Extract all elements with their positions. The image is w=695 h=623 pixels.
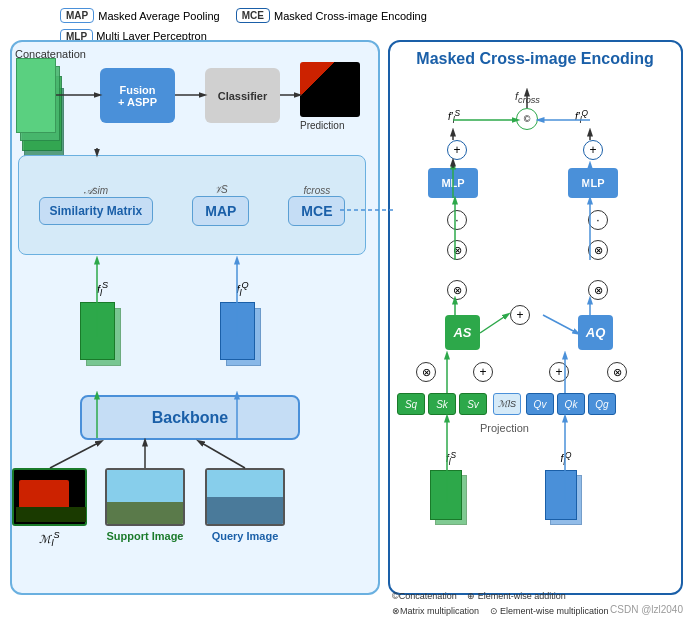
- classifier-label: Classifier: [218, 90, 268, 102]
- feature-stack: [16, 58, 71, 168]
- mce-box: MCE: [288, 196, 345, 226]
- cross-qg: ⊗: [607, 362, 627, 382]
- plus-sk: +: [473, 362, 493, 382]
- plus-qv: +: [549, 362, 569, 382]
- query-image: [205, 468, 285, 526]
- mask-image: [12, 468, 87, 526]
- aq-box: AQ: [578, 315, 613, 350]
- fls-label: flS: [80, 280, 125, 298]
- map-box: MAP: [192, 196, 249, 226]
- prediction-label: Prediction: [300, 120, 344, 131]
- support-label: Support Image: [105, 530, 185, 542]
- legend: MAP Masked Average Pooling MCE Masked Cr…: [60, 8, 427, 23]
- sv-box: Sv: [459, 393, 487, 415]
- watermark: CSDN @lzl2040: [610, 604, 683, 615]
- classifier-box: Classifier: [205, 68, 280, 123]
- add-legend: ⊕ Element-wise addition: [467, 591, 566, 601]
- matrix-legend: ⊗Matrix multiplication: [392, 606, 479, 616]
- support-image: [105, 468, 185, 526]
- fcross-label: fcross: [515, 90, 540, 105]
- mce-title: Masked Cross-image Encoding: [400, 50, 670, 68]
- concat-legend: ©Concatenation: [392, 591, 457, 601]
- cross-circle-left2: ⊗: [447, 280, 467, 300]
- plus-circle-left: +: [447, 140, 467, 160]
- plus-circle-right: +: [583, 140, 603, 160]
- map-label: MAP: [205, 203, 236, 219]
- cross-circle-right2: ⊗: [588, 280, 608, 300]
- map-group: 𝒱S MAP: [192, 184, 249, 226]
- backbone-label: Backbone: [152, 409, 228, 427]
- mce-bottom-legend: ©Concatenation ⊕ Element-wise addition ⊗…: [392, 589, 609, 618]
- diagram-container: MAP Masked Average Pooling MCE Masked Cr…: [0, 0, 695, 623]
- fusion-label: Fusion+ ASPP: [118, 84, 157, 108]
- mlp-label-left: MLP: [441, 177, 464, 189]
- cross-sq: ⊗: [416, 362, 436, 382]
- as-label: AS: [453, 325, 471, 340]
- ms-box: ℳlS: [493, 393, 521, 415]
- mce-feat-q: flQ: [545, 450, 587, 525]
- dot-circle-right: ·: [588, 210, 608, 230]
- sk-box: Sk: [428, 393, 456, 415]
- qk-box: Qk: [557, 393, 585, 415]
- asim-math: 𝒜sim: [39, 185, 154, 197]
- mce-label-mid: MCE: [301, 203, 332, 219]
- map-legend-label: Masked Average Pooling: [98, 10, 220, 22]
- mce-legend-item: MCE Masked Cross-image Encoding: [236, 8, 427, 23]
- prediction-box: [300, 62, 360, 117]
- qv-box: Qv: [526, 393, 554, 415]
- middle-section: 𝒜sim Similarity Matrix 𝒱S MAP fcross MCE: [18, 155, 366, 255]
- backbone-box: Backbone: [80, 395, 300, 440]
- similarity-matrix-group: 𝒜sim Similarity Matrix: [39, 185, 154, 225]
- mlp-label-right: MLP: [581, 177, 604, 189]
- vs-math: 𝒱S: [192, 184, 249, 196]
- concat-circle-top: ©: [516, 108, 538, 130]
- projection-label: Projection: [480, 422, 529, 434]
- mlp-box-left: MLP: [428, 168, 478, 198]
- feature-s: flS: [80, 280, 125, 367]
- fprime-q-label: f'lQ: [575, 108, 588, 125]
- mce-badge: MCE: [236, 8, 270, 23]
- feature-q: flQ: [220, 280, 265, 367]
- mlp-box-right: MLP: [568, 168, 618, 198]
- dot-circle-left: ·: [447, 210, 467, 230]
- sim-matrix-box: Similarity Matrix: [39, 197, 154, 225]
- sq-box: Sq: [397, 393, 425, 415]
- mask-image-group: ℳlS: [12, 468, 87, 548]
- mce-legend-label: Masked Cross-image Encoding: [274, 10, 427, 22]
- mce-feat-s: flS: [430, 450, 472, 525]
- cross-circle-left1: ⊗: [447, 240, 467, 260]
- mce-group: fcross MCE: [288, 185, 345, 226]
- query-label: Query Image: [205, 530, 285, 542]
- fcross-math: fcross: [288, 185, 345, 196]
- sim-matrix-label: Similarity Matrix: [50, 204, 143, 218]
- aq-label: AQ: [586, 325, 606, 340]
- map-legend-item: MAP Masked Average Pooling: [60, 8, 220, 23]
- plus-circle-center: +: [510, 305, 530, 325]
- support-image-group: Support Image: [105, 468, 185, 542]
- qg-box: Qg: [588, 393, 616, 415]
- cross-circle-right1: ⊗: [588, 240, 608, 260]
- as-box: AS: [445, 315, 480, 350]
- mask-label: ℳlS: [12, 530, 87, 548]
- fusion-box: Fusion+ ASPP: [100, 68, 175, 123]
- flq-label: flQ: [220, 280, 265, 298]
- map-badge: MAP: [60, 8, 94, 23]
- query-image-group: Query Image: [205, 468, 285, 542]
- dot-legend: ⊙ Element-wise multiplication: [490, 606, 609, 616]
- fprime-s-label: f'lS: [448, 108, 460, 125]
